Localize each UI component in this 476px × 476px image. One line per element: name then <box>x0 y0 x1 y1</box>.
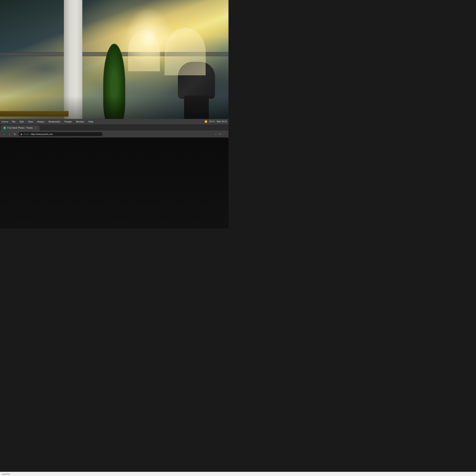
tab-bar: P Free Stock Photos · Pexels ✕ <box>0 124 228 131</box>
tab-favicon: P <box>3 127 6 129</box>
forward-button[interactable]: › <box>7 132 11 136</box>
menu-window[interactable]: Window <box>75 120 85 123</box>
menubar-right: 📶 100 % Wed 16:15 <box>204 120 227 123</box>
menu-view[interactable]: View <box>27 120 34 123</box>
tab-close-button[interactable]: ✕ <box>34 126 37 130</box>
bg-photo <box>0 0 228 137</box>
menu-people[interactable]: People <box>64 120 73 123</box>
shield-icon[interactable]: 🛡 <box>218 132 222 136</box>
star-icon[interactable]: ☆ <box>214 132 218 136</box>
menu-bookmarks[interactable]: Bookmarks <box>48 120 61 123</box>
active-tab[interactable]: P Free Stock Photos · Pexels ✕ <box>1 125 40 131</box>
menu-help[interactable]: Help <box>87 120 94 123</box>
wifi-icon: 📶 <box>204 120 207 123</box>
address-bar-row: ‹ › ↻ 🔒 Secure https://www.pexels.com ☆ … <box>0 131 228 137</box>
monitor-container: hrome File Edit View History Bookmarks P… <box>0 119 228 228</box>
secure-label: Secure <box>23 133 30 135</box>
tab-label: Free Stock Photos · Pexels <box>7 127 33 129</box>
back-button[interactable]: ‹ <box>2 132 6 136</box>
chrome-menubar: hrome File Edit View History Bookmarks P… <box>0 119 228 124</box>
secure-icon: 🔒 <box>20 133 22 135</box>
menu-history[interactable]: History <box>36 120 45 123</box>
browser-frame: hrome File Edit View History Bookmarks P… <box>0 119 228 137</box>
reload-button[interactable]: ↻ <box>13 132 17 136</box>
window-light <box>126 7 171 68</box>
menu-edit[interactable]: Edit <box>19 120 25 123</box>
battery-label: 100 % <box>209 120 215 123</box>
address-bar[interactable]: 🔒 Secure https://www.pexels.com <box>18 132 103 136</box>
address-icons: ☆ 🛡 P <box>214 132 227 136</box>
chrome-app-name: hrome <box>2 120 8 123</box>
url-display: https://www.pexels.com <box>31 133 53 136</box>
pinterest-icon[interactable]: P <box>223 132 227 136</box>
menu-file[interactable]: File <box>11 120 16 123</box>
clock: Wed 16:15 <box>217 120 227 123</box>
